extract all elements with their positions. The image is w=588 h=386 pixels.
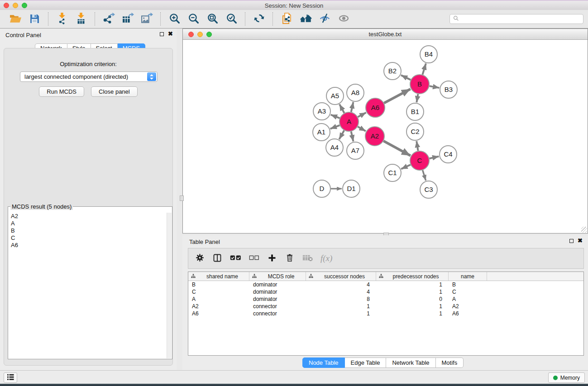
edge-A-A6[interactable] [358, 113, 366, 117]
home-button[interactable] [296, 11, 315, 27]
edge-C-C1[interactable] [401, 165, 411, 169]
table-row[interactable]: A2connector11A2 [188, 303, 583, 310]
table-row[interactable]: A6connector11A6 [188, 310, 583, 317]
mcds-result-item[interactable]: B [11, 227, 166, 234]
save-button[interactable] [25, 11, 44, 27]
node-C2[interactable]: C2 [406, 123, 424, 140]
add-column-button[interactable] [267, 252, 277, 265]
node-D1[interactable]: D1 [343, 180, 360, 197]
run-mcds-button[interactable]: Run MCDS [39, 86, 84, 97]
duplicate-network-button[interactable] [277, 11, 296, 27]
node-B2[interactable]: B2 [384, 62, 401, 80]
table-cell[interactable]: dominator [249, 296, 306, 302]
memory-button[interactable]: Memory [548, 372, 585, 383]
table-cell[interactable]: dominator [249, 289, 306, 295]
node-A[interactable]: A [339, 112, 359, 131]
delete-column-button[interactable] [285, 252, 295, 265]
table-cell[interactable]: 1 [376, 289, 449, 295]
node-A4[interactable]: A4 [326, 139, 343, 156]
zoom-in-button[interactable] [165, 11, 184, 27]
node-C4[interactable]: C4 [440, 146, 457, 163]
column-header-MCDS-role[interactable]: MCDS role [249, 272, 306, 281]
network-canvas[interactable]: B4B2BB3A8A5A6A3B1AA1C2A2A4A7C4CC1C3DD1 [183, 40, 588, 233]
table-cell[interactable]: B [188, 281, 249, 288]
table-cell[interactable]: A2 [449, 303, 487, 310]
tab-node-table[interactable]: Node Table [302, 357, 345, 368]
float-table-panel-icon[interactable] [569, 239, 574, 243]
column-header-predecessor-nodes[interactable]: predecessor nodes [376, 272, 449, 281]
window-resize-grip[interactable] [581, 227, 587, 233]
node-B3[interactable]: B3 [440, 81, 457, 98]
table-cell[interactable]: 1 [306, 303, 376, 310]
node-A3[interactable]: A3 [313, 103, 330, 120]
vertical-splitter-handle[interactable] [180, 195, 184, 201]
table-cell[interactable]: 1 [376, 303, 449, 310]
table-cell[interactable]: A [449, 296, 487, 302]
table-cell[interactable]: A2 [188, 303, 249, 310]
close-table-panel-icon[interactable]: ✖ [578, 238, 583, 243]
table-cell[interactable]: 1 [376, 281, 449, 288]
float-panel-icon[interactable] [160, 32, 164, 36]
column-header-successor-nodes[interactable]: successor nodes [306, 272, 376, 281]
node-C[interactable]: C [410, 151, 429, 170]
table-cell[interactable]: 8 [306, 296, 376, 302]
table-cell[interactable]: C [449, 289, 487, 295]
edge-A6-B[interactable] [384, 89, 410, 103]
table-cell[interactable]: connector [249, 310, 306, 317]
node-B4[interactable]: B4 [420, 46, 437, 63]
edge-C-C4[interactable] [430, 157, 439, 159]
zoom-out-button[interactable] [184, 11, 203, 27]
table-settings-button[interactable] [195, 252, 205, 265]
open-folder-button[interactable] [6, 11, 25, 27]
column-header-shared-name[interactable]: shared name [188, 272, 249, 281]
table-cell[interactable]: A [188, 296, 249, 302]
search-input[interactable] [461, 15, 583, 23]
edge-A-A1[interactable] [330, 125, 340, 129]
export-table-button[interactable] [118, 11, 137, 27]
table-cell[interactable]: 1 [306, 310, 376, 317]
edge-C-C3[interactable] [423, 170, 426, 181]
tab-edge-table[interactable]: Edge Table [345, 357, 387, 368]
deselect-all-button[interactable] [249, 252, 259, 265]
node-B[interactable]: B [410, 75, 429, 94]
export-image-button[interactable] [137, 11, 156, 27]
table-cell[interactable]: 0 [376, 296, 449, 302]
table-cell[interactable]: A6 [188, 310, 249, 317]
table-cell[interactable]: connector [249, 303, 306, 310]
edge-B-B2[interactable] [401, 75, 411, 80]
tab-network-table[interactable]: Network Table [386, 357, 435, 368]
close-panel-icon[interactable]: ✖ [168, 32, 173, 36]
mcds-result-item[interactable]: A6 [11, 242, 166, 249]
column-header-name[interactable]: name [449, 272, 487, 281]
node-C1[interactable]: C1 [384, 164, 401, 181]
mcds-result-item[interactable]: A2 [11, 213, 166, 220]
zoom-selected-button[interactable] [222, 11, 241, 27]
edge-B-B1[interactable] [416, 94, 418, 103]
node-A8[interactable]: A8 [347, 84, 364, 101]
show-panel-button[interactable] [334, 11, 353, 27]
edge-A-A5[interactable] [339, 104, 344, 113]
close-panel-button[interactable]: Close panel [91, 86, 138, 97]
node-B1[interactable]: B1 [406, 103, 424, 120]
mcds-result-scrollbar[interactable] [167, 213, 172, 358]
edge-A2-C[interactable] [383, 141, 411, 156]
import-table-button[interactable] [72, 11, 91, 27]
table-cell[interactable]: C [188, 289, 249, 295]
select-all-button[interactable] [230, 252, 241, 265]
import-network-button[interactable] [53, 11, 72, 27]
show-columns-button[interactable] [212, 252, 222, 265]
search-box[interactable] [449, 14, 583, 24]
task-history-button[interactable] [4, 372, 17, 383]
table-cell[interactable]: dominator [249, 281, 306, 288]
node-A6[interactable]: A6 [366, 98, 385, 117]
edge-A-A8[interactable] [351, 102, 354, 112]
node-A1[interactable]: A1 [313, 124, 330, 141]
refresh-button[interactable] [249, 11, 268, 27]
export-network-button[interactable] [99, 11, 118, 27]
edge-A-A7[interactable] [351, 132, 354, 142]
node-D[interactable]: D [313, 180, 330, 197]
table-cell[interactable]: B [449, 281, 487, 288]
table-cell[interactable]: A6 [449, 310, 487, 317]
mcds-result-item[interactable]: C [11, 234, 166, 242]
edge-A-A2[interactable] [358, 127, 366, 131]
